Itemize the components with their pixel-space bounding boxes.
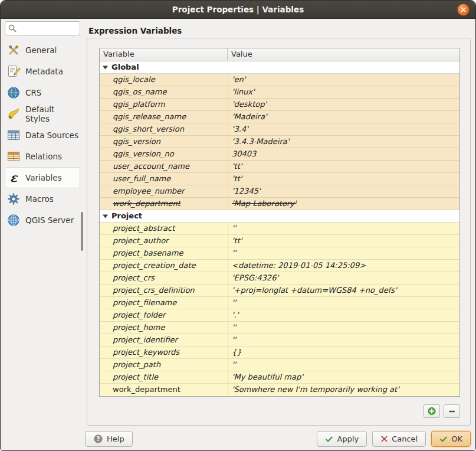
sidebar-nav: General Metadata xyxy=(5,40,80,231)
variable-row[interactable]: qgis_locale'en' xyxy=(100,74,459,86)
dialog-button-row: ? Help Apply Cancel OK xyxy=(85,431,471,447)
sidebar-item-crs[interactable]: CRS xyxy=(5,82,80,103)
cancel-button[interactable]: Cancel xyxy=(372,431,426,447)
variable-name: project_folder xyxy=(113,311,165,319)
variable-name: project_home xyxy=(113,323,165,332)
variable-value: '' xyxy=(232,335,236,344)
sidebar-item-general[interactable]: General xyxy=(5,40,80,61)
ok-button[interactable]: OK xyxy=(431,431,471,447)
sidebar-item-label: QGIS Server xyxy=(25,215,74,225)
sidebar-item-data-sources[interactable]: Data Sources xyxy=(5,125,80,146)
remove-icon xyxy=(448,407,456,416)
sidebar-item-default-styles[interactable]: Default Styles xyxy=(5,103,80,125)
add-icon xyxy=(428,407,436,416)
variable-value: '' xyxy=(232,249,236,257)
variable-row[interactable]: project_title'My beautiful map' xyxy=(100,371,459,384)
variable-row[interactable]: employee_number'12345' xyxy=(100,185,459,198)
epsilon-icon: ε xyxy=(6,171,21,185)
svg-text:ε: ε xyxy=(10,171,18,185)
ok-check-icon xyxy=(439,435,448,443)
variable-name: project_author xyxy=(113,236,168,245)
ok-button-label: OK xyxy=(451,434,462,443)
variable-value: 'tt' xyxy=(232,236,242,245)
sidebar-item-label: Relations xyxy=(25,152,62,161)
variable-row[interactable]: user_full_name'tt' xyxy=(100,173,459,185)
variable-row[interactable]: project_path'' xyxy=(100,359,459,371)
document-pencil-icon xyxy=(6,64,21,79)
variable-row[interactable]: qgis_short_version'3.4' xyxy=(100,123,459,136)
variable-name: qgis_platform xyxy=(113,100,165,109)
sidebar-item-relations[interactable]: Relations xyxy=(5,146,80,167)
variable-row[interactable]: project_crs_definition'+proj=longlat +da… xyxy=(100,285,459,297)
variable-row[interactable]: work_department'Map Laboratory' xyxy=(100,198,459,210)
variable-name: project_filename xyxy=(113,298,176,307)
variable-row[interactable]: project_identifier'' xyxy=(100,334,459,347)
remove-variable-button[interactable] xyxy=(444,404,460,418)
globe-grid-icon xyxy=(6,213,21,227)
variables-table-body: Globalqgis_locale'en'qgis_os_name'linux'… xyxy=(100,61,459,396)
close-button[interactable] xyxy=(457,4,470,16)
variable-row[interactable]: work_department'Somwhere new I'm tempora… xyxy=(100,384,459,396)
variable-row[interactable]: project_crs'EPSG:4326' xyxy=(100,272,459,285)
variable-value: 'en' xyxy=(232,75,245,84)
variable-row[interactable]: qgis_platform'desktop' xyxy=(100,99,459,111)
variable-value: 'Madeira' xyxy=(232,112,267,121)
variable-row[interactable]: project_keywords{} xyxy=(100,347,459,359)
help-icon: ? xyxy=(93,434,103,444)
variable-name: qgis_release_name xyxy=(113,112,186,121)
variable-name: qgis_short_version xyxy=(113,125,184,133)
apply-button[interactable]: Apply xyxy=(317,431,367,447)
collapse-triangle-icon[interactable] xyxy=(103,210,108,222)
titlebar[interactable]: Project Properties | Variables xyxy=(1,1,475,19)
variable-row[interactable]: project_home'' xyxy=(100,322,459,334)
variable-name: work_department xyxy=(113,385,180,394)
variable-row[interactable]: qgis_os_name'linux' xyxy=(100,86,459,99)
variable-name: qgis_os_name xyxy=(113,87,166,96)
sidebar-item-metadata[interactable]: Metadata xyxy=(5,61,80,82)
variable-row[interactable]: project_filename'' xyxy=(100,297,459,309)
variable-row[interactable]: qgis_release_name'Madeira' xyxy=(100,111,459,123)
variable-value: '.' xyxy=(232,311,238,319)
sidebar-item-macros[interactable]: Macros xyxy=(5,188,80,210)
variable-name: qgis_version xyxy=(113,137,160,146)
variable-value: '' xyxy=(232,323,236,332)
close-icon xyxy=(461,7,466,12)
variable-row[interactable]: project_basename'' xyxy=(100,247,459,260)
globe-icon xyxy=(6,86,21,100)
variable-row[interactable]: project_creation_date<datetime: 2019-01-… xyxy=(100,260,459,272)
variable-row[interactable]: project_author'tt' xyxy=(100,235,459,247)
variable-row[interactable]: qgis_version'3.4.3-Madeira' xyxy=(100,136,459,148)
variable-row[interactable]: project_folder'.' xyxy=(100,309,459,322)
group-header-row[interactable]: Project xyxy=(100,210,459,223)
collapse-triangle-icon[interactable] xyxy=(103,61,108,73)
group-header-row[interactable]: Global xyxy=(100,61,459,74)
variable-value: '3.4' xyxy=(232,125,248,133)
variable-name: project_creation_date xyxy=(113,261,196,270)
help-button-label: Help xyxy=(107,434,124,443)
variable-value: '+proj=longlat +datum=WGS84 +no_defs' xyxy=(232,286,397,295)
column-header-variable[interactable]: Variable xyxy=(100,48,228,61)
variable-row[interactable]: user_account_name'tt' xyxy=(100,161,459,173)
sidebar-item-label: Data Sources xyxy=(25,130,78,140)
search-icon xyxy=(8,24,17,35)
variable-name: project_identifier xyxy=(113,335,178,344)
variable-value: '' xyxy=(232,224,236,233)
variable-name: qgis_version_no xyxy=(113,149,174,158)
sidebar-item-label: Metadata xyxy=(25,67,63,76)
table-header: Variable Value xyxy=(100,48,459,61)
help-button[interactable]: ? Help xyxy=(85,431,133,447)
add-variable-button[interactable] xyxy=(424,404,440,418)
column-header-value[interactable]: Value xyxy=(228,48,459,61)
variable-row[interactable]: project_abstract'' xyxy=(100,223,459,235)
variable-value: 'EPSG:4326' xyxy=(232,273,278,282)
apply-check-icon xyxy=(325,435,333,443)
expression-variables-panel: Variable Value Globalqgis_locale'en'qgis… xyxy=(87,38,471,426)
sidebar-item-variables[interactable]: ε Variables xyxy=(5,167,80,188)
sidebar-item-label: General xyxy=(25,45,57,55)
variables-table: Variable Value Globalqgis_locale'en'qgis… xyxy=(99,48,460,397)
variable-row[interactable]: qgis_version_no30403 xyxy=(100,148,459,161)
variable-name: user_full_name xyxy=(113,174,170,183)
sidebar-item-qgis-server[interactable]: QGIS Server xyxy=(5,210,80,231)
relations-table-icon xyxy=(6,149,21,164)
window-title: Project Properties | Variables xyxy=(172,5,304,14)
